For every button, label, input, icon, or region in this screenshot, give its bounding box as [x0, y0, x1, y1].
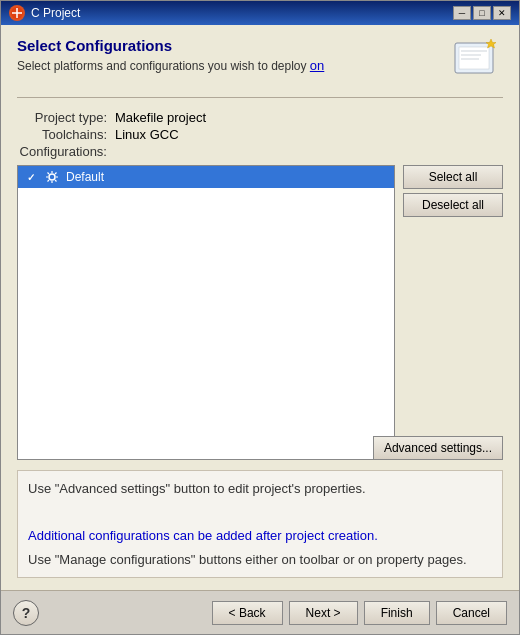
title-bar-left: C Project	[9, 5, 80, 21]
page-title: Select Configurations	[17, 37, 451, 54]
svg-point-9	[49, 174, 55, 180]
toolchains-value: Linux GCC	[115, 127, 179, 142]
info-line-3: Additional configurations can be added a…	[28, 526, 492, 546]
action-buttons: Select all Deselect all Advanced setting…	[403, 165, 503, 460]
app-icon	[9, 5, 25, 21]
header-area: Select Configurations Select platforms a…	[17, 37, 503, 89]
page-subtitle: Select platforms and configurations you …	[17, 58, 451, 73]
project-type-row: Project type: Makefile project	[17, 110, 503, 125]
item-checkbox[interactable]	[24, 170, 38, 184]
toolchains-row: Toolchains: Linux GCC	[17, 127, 503, 142]
cancel-button[interactable]: Cancel	[436, 601, 507, 625]
toolchains-label: Toolchains:	[17, 127, 107, 142]
footer: ? < Back Next > Finish Cancel	[1, 590, 519, 634]
info-box: Use "Advanced settings" button to edit p…	[17, 470, 503, 578]
configurations-list[interactable]: Default	[17, 165, 395, 460]
window: C Project ─ □ ✕ Select Configurations Se…	[0, 0, 520, 635]
header-text: Select Configurations Select platforms a…	[17, 37, 451, 81]
minimize-button[interactable]: ─	[453, 6, 471, 20]
title-bar: C Project ─ □ ✕	[1, 1, 519, 25]
back-button[interactable]: < Back	[212, 601, 283, 625]
next-button[interactable]: Next >	[289, 601, 358, 625]
info-line-2	[28, 503, 492, 523]
window-title: C Project	[31, 6, 80, 20]
close-button[interactable]: ✕	[493, 6, 511, 20]
header-divider	[17, 97, 503, 98]
project-type-value: Makefile project	[115, 110, 206, 125]
configurations-label: Configurations:	[17, 144, 107, 159]
advanced-settings-button[interactable]: Advanced settings...	[373, 436, 503, 460]
subtitle-link: on	[310, 58, 324, 73]
main-content: Select Configurations Select platforms a…	[1, 25, 519, 590]
list-item[interactable]: Default	[18, 166, 394, 188]
window-controls: ─ □ ✕	[453, 6, 511, 20]
info-link: Additional configurations can be added a…	[28, 528, 378, 543]
finish-button[interactable]: Finish	[364, 601, 430, 625]
deselect-all-button[interactable]: Deselect all	[403, 193, 503, 217]
wizard-graphic	[451, 37, 503, 89]
svg-rect-4	[459, 47, 489, 69]
configurations-row: Configurations:	[17, 144, 503, 159]
item-label: Default	[66, 170, 104, 184]
maximize-button[interactable]: □	[473, 6, 491, 20]
wizard-icon	[451, 37, 503, 89]
info-line-1: Use "Advanced settings" button to edit p…	[28, 479, 492, 499]
footer-left: ?	[13, 600, 39, 626]
select-all-button[interactable]: Select all	[403, 165, 503, 189]
help-button[interactable]: ?	[13, 600, 39, 626]
info-line-4: Use "Manage configurations" buttons eith…	[28, 550, 492, 570]
main-area: Default Select all Deselect all Advanced…	[17, 165, 503, 460]
config-icon	[44, 169, 60, 185]
project-type-label: Project type:	[17, 110, 107, 125]
footer-right: < Back Next > Finish Cancel	[212, 601, 507, 625]
